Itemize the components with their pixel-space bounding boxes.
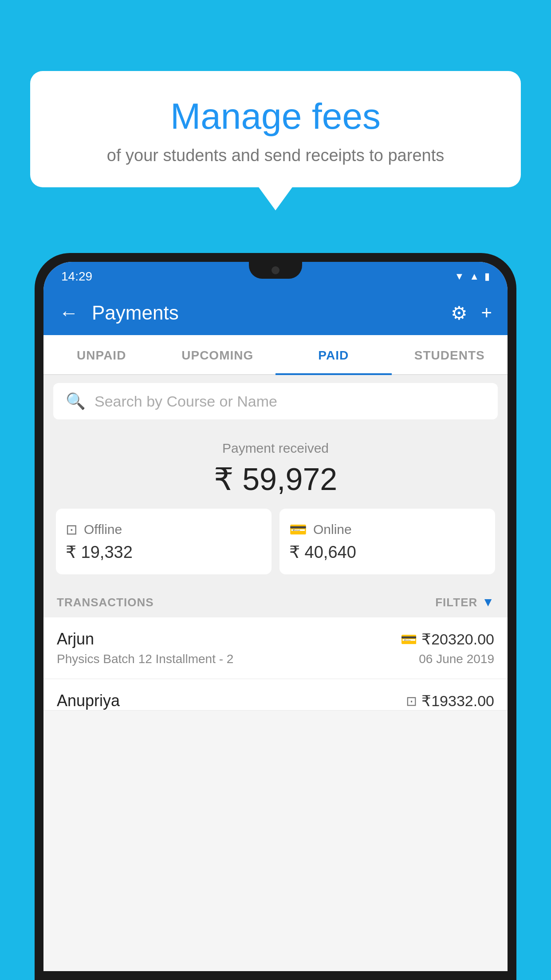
transaction-row[interactable]: Arjun 💳 ₹20320.00 Physics Batch 12 Insta… <box>43 617 508 679</box>
online-icon: 💳 <box>289 521 307 538</box>
speech-bubble: Manage fees of your students and send re… <box>30 71 521 187</box>
phone-frame: 14:29 ▼ ▲ ▮ ← Payments ⚙ + UNPAID UPCOMI… <box>35 253 516 980</box>
offline-icon: ⊡ <box>66 521 78 538</box>
transaction-row-2[interactable]: Anupriya ⊡ ₹19332.00 <box>43 679 508 711</box>
app-bar: ← Payments ⚙ + <box>43 291 508 335</box>
phone-screen: 14:29 ▼ ▲ ▮ ← Payments ⚙ + UNPAID UPCOMI… <box>43 262 508 971</box>
transaction-amount-2: ₹19332.00 <box>421 692 494 710</box>
offline-label: Offline <box>84 522 122 537</box>
search-icon: 🔍 <box>66 392 86 411</box>
payment-received-label: Payment received <box>52 441 499 456</box>
transaction-amount-container-1: 💳 ₹20320.00 <box>401 630 494 648</box>
search-container: 🔍 Search by Course or Name <box>43 375 508 427</box>
transaction-main-1: Arjun 💳 ₹20320.00 <box>57 630 494 648</box>
payment-total-amount: ₹ 59,972 <box>52 461 499 498</box>
offline-card: ⊡ Offline ₹ 19,332 <box>56 509 272 574</box>
battery-icon: ▮ <box>484 271 490 282</box>
transactions-label: TRANSACTIONS <box>57 596 154 609</box>
camera <box>272 266 279 274</box>
transaction-sub-1: Physics Batch 12 Installment - 2 06 June… <box>57 652 494 666</box>
search-placeholder: Search by Course or Name <box>94 393 277 410</box>
tab-students[interactable]: STUDENTS <box>392 335 508 374</box>
payment-summary: Payment received ₹ 59,972 ⊡ Offline ₹ 19… <box>43 427 508 585</box>
tab-unpaid[interactable]: UNPAID <box>43 335 160 374</box>
bubble-subtitle: of your students and send receipts to pa… <box>52 146 499 165</box>
online-amount: ₹ 40,640 <box>289 542 356 562</box>
transaction-amount-container-2: ⊡ ₹19332.00 <box>406 692 494 710</box>
offline-header: ⊡ Offline <box>66 521 122 538</box>
online-card: 💳 Online ₹ 40,640 <box>279 509 495 574</box>
status-bar: 14:29 ▼ ▲ ▮ <box>43 262 508 291</box>
payment-cards: ⊡ Offline ₹ 19,332 💳 Online ₹ 40,640 <box>56 509 495 574</box>
tab-paid[interactable]: PAID <box>276 335 392 374</box>
transaction-amount-1: ₹20320.00 <box>421 630 494 648</box>
add-icon[interactable]: + <box>481 302 492 324</box>
online-label: Online <box>313 522 352 537</box>
search-bar[interactable]: 🔍 Search by Course or Name <box>53 383 498 419</box>
status-time: 14:29 <box>61 269 92 284</box>
signal-icon: ▲ <box>469 271 479 282</box>
cash-payment-icon-2: ⊡ <box>406 693 417 709</box>
tab-upcoming[interactable]: UPCOMING <box>160 335 276 374</box>
status-icons: ▼ ▲ ▮ <box>454 271 490 282</box>
card-payment-icon-1: 💳 <box>401 632 417 647</box>
bubble-title: Manage fees <box>52 95 499 137</box>
filter-icon: ▼ <box>482 595 494 609</box>
wifi-icon: ▼ <box>454 271 464 282</box>
transaction-course-1: Physics Batch 12 Installment - 2 <box>57 652 233 666</box>
app-bar-title: Payments <box>92 302 437 324</box>
transaction-name-1: Arjun <box>57 630 94 648</box>
back-button[interactable]: ← <box>59 302 79 324</box>
offline-amount: ₹ 19,332 <box>66 542 133 562</box>
notch <box>249 262 302 279</box>
filter-container[interactable]: FILTER ▼ <box>435 595 494 609</box>
tabs-bar: UNPAID UPCOMING PAID STUDENTS <box>43 335 508 375</box>
transaction-name-2: Anupriya <box>57 692 120 710</box>
filter-label: FILTER <box>435 596 477 609</box>
app-bar-icons: ⚙ + <box>451 302 492 324</box>
online-header: 💳 Online <box>289 521 352 538</box>
transactions-header: TRANSACTIONS FILTER ▼ <box>43 585 508 617</box>
transaction-main-2: Anupriya ⊡ ₹19332.00 <box>57 692 494 710</box>
transaction-date-1: 06 June 2019 <box>419 652 494 666</box>
settings-icon[interactable]: ⚙ <box>451 302 468 324</box>
